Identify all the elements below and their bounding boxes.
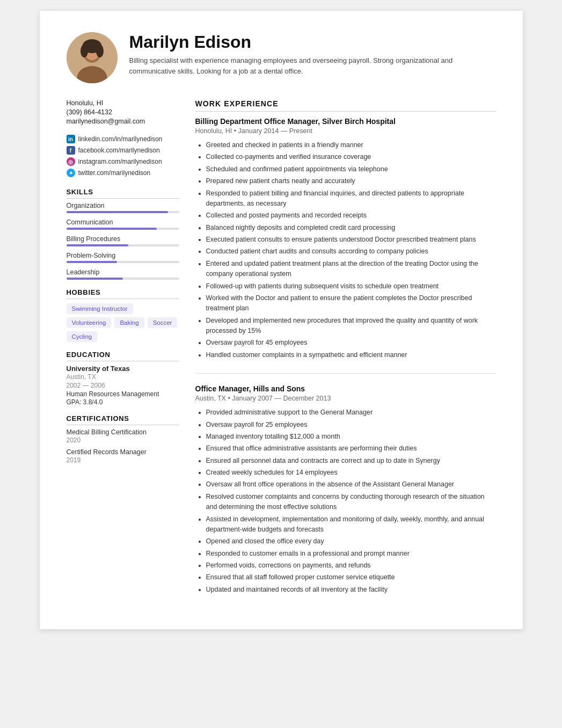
social-linkedin: in linkedin.com/in/marilynedison bbox=[67, 135, 179, 143]
instagram-icon: ◎ bbox=[67, 157, 75, 166]
contact-phone: (309) 864-4132 bbox=[67, 108, 179, 116]
header-info: Marilyn Edison Billing specialist with e… bbox=[129, 32, 478, 76]
cert-list: Medical Billing Certification 2020 Certi… bbox=[67, 428, 179, 464]
header-section: Marilyn Edison Billing specialist with e… bbox=[67, 32, 496, 83]
job-bullet: Created weekly schedules for 14 employee… bbox=[206, 468, 496, 478]
facebook-icon: f bbox=[67, 146, 75, 155]
right-column: WORK EXPERIENCE Billing Department Offic… bbox=[195, 99, 496, 608]
hobbies-section: HOBBIES Swimming InstructorVolunteeringB… bbox=[67, 288, 179, 342]
edu-years: 2002 — 2006 bbox=[67, 382, 179, 389]
resume-container: Marilyn Edison Billing specialist with e… bbox=[40, 11, 523, 629]
job-bullet: Greeted and checked in patients in a fri… bbox=[206, 140, 496, 150]
skill-item: Problem-Solving bbox=[67, 252, 179, 263]
skill-bar-bg bbox=[67, 211, 179, 213]
job-title: Billing Department Office Manager, Silve… bbox=[195, 117, 496, 126]
instagram-label: instagram.com/marilynedison bbox=[78, 158, 162, 165]
skill-name: Problem-Solving bbox=[67, 252, 179, 259]
body-layout: Honolulu, HI (309) 864-4132 marilynediso… bbox=[67, 99, 496, 608]
cert-name: Medical Billing Certification bbox=[67, 428, 179, 436]
svg-point-6 bbox=[96, 45, 104, 57]
job-bullet: Developed and implemented new procedures… bbox=[206, 316, 496, 337]
skill-item: Billing Procedures bbox=[67, 235, 179, 246]
edu-field: Human Resources Management bbox=[67, 390, 179, 398]
skill-item: Leadership bbox=[67, 268, 179, 280]
job-bullet: Updated and maintained records of all in… bbox=[206, 585, 496, 595]
skills-section: SKILLS Organization Communication Billin… bbox=[67, 188, 179, 280]
left-column: Honolulu, HI (309) 864-4132 marilynediso… bbox=[67, 99, 179, 608]
hobby-tag: Baking bbox=[114, 317, 144, 328]
job-bullet: Balanced nightly deposits and completed … bbox=[206, 223, 496, 233]
job-bullet: Ensured all personnel data and contracts… bbox=[206, 456, 496, 466]
education-list: University of Texas Austin, TX 2002 — 20… bbox=[67, 365, 179, 406]
candidate-name: Marilyn Edison bbox=[129, 32, 478, 52]
certifications-section: CERTIFICATIONS Medical Billing Certifica… bbox=[67, 414, 179, 464]
job-meta: Honolulu, HI • January 2014 — Present bbox=[195, 127, 496, 135]
job-divider bbox=[195, 373, 496, 374]
skills-title: SKILLS bbox=[67, 188, 179, 199]
skill-bar-bg bbox=[67, 278, 179, 280]
job-bullets-list: Provided administrative support to the G… bbox=[195, 407, 496, 595]
job-entry: Office Manager, Hills and Sons Austin, T… bbox=[195, 384, 496, 595]
skill-bar-bg bbox=[67, 228, 179, 230]
job-bullet: Provided administrative support to the G… bbox=[206, 407, 496, 418]
job-bullet: Conducted patient chart audits and consu… bbox=[206, 246, 496, 257]
edu-gpa: GPA: 3.8/4.0 bbox=[67, 398, 179, 406]
job-bullet: Ensured that all staff followed proper c… bbox=[206, 572, 496, 583]
edu-school: University of Texas bbox=[67, 365, 179, 373]
skill-bar-bg bbox=[67, 261, 179, 263]
skill-bar-fill bbox=[67, 244, 129, 246]
job-bullet: Entered and updated patient treatment pl… bbox=[206, 259, 496, 280]
twitter-icon: ✦ bbox=[67, 169, 75, 177]
job-entry: Billing Department Office Manager, Silve… bbox=[195, 117, 496, 360]
skill-bar-fill bbox=[67, 278, 123, 280]
jobs-list: Billing Department Office Manager, Silve… bbox=[195, 117, 496, 595]
contact-email: marilynedison@gmail.com bbox=[67, 118, 179, 125]
social-instagram: ◎ instagram.com/marilynedison bbox=[67, 157, 179, 166]
edu-location: Austin, TX bbox=[67, 373, 179, 381]
hobbies-title: HOBBIES bbox=[67, 288, 179, 299]
job-meta: Austin, TX • January 2007 — December 201… bbox=[195, 395, 496, 402]
job-bullet: Performed voids, corrections on payments… bbox=[206, 560, 496, 571]
job-bullet: Oversaw payroll for 25 employees bbox=[206, 420, 496, 430]
linkedin-icon: in bbox=[67, 135, 75, 143]
job-bullet: Collected co-payments and verified insur… bbox=[206, 152, 496, 162]
job-bullet: Managed inventory totalling $12,000 a mo… bbox=[206, 432, 496, 442]
skill-bar-fill bbox=[67, 261, 118, 263]
cert-name: Certified Records Manager bbox=[67, 448, 179, 456]
avatar bbox=[67, 32, 118, 83]
job-bullet: Collected and posted payments and record… bbox=[206, 210, 496, 221]
job-bullet: Responded to patient billing and financi… bbox=[206, 188, 496, 209]
job-bullet: Worked with the Doctor and patient to en… bbox=[206, 293, 496, 314]
skill-bar-bg bbox=[67, 244, 179, 246]
skills-list: Organization Communication Billing Proce… bbox=[67, 202, 179, 280]
job-title: Office Manager, Hills and Sons bbox=[195, 384, 496, 393]
skill-name: Communication bbox=[67, 219, 179, 226]
twitter-label: twitter.com/marilynedison bbox=[78, 169, 151, 177]
job-bullet: Resolved customer complaints and concern… bbox=[206, 492, 496, 513]
linkedin-label: linkedin.com/in/marilynedison bbox=[78, 135, 163, 143]
job-bullet: Executed patient consults to ensure pati… bbox=[206, 235, 496, 245]
work-experience-title: WORK EXPERIENCE bbox=[195, 99, 496, 112]
contact-section: Honolulu, HI (309) 864-4132 marilynediso… bbox=[67, 99, 179, 125]
skill-item: Communication bbox=[67, 219, 179, 230]
cert-year: 2019 bbox=[67, 456, 179, 464]
cert-entry: Medical Billing Certification 2020 bbox=[67, 428, 179, 444]
job-bullet: Assisted in development, implementation … bbox=[206, 514, 496, 535]
job-bullet: Prepared new patient charts neatly and a… bbox=[206, 176, 496, 186]
job-bullet: Responded to customer emails in a profes… bbox=[206, 549, 496, 559]
education-title: EDUCATION bbox=[67, 351, 179, 361]
job-bullet: Ensured that office administrative assis… bbox=[206, 443, 496, 454]
cert-year: 2020 bbox=[67, 436, 179, 444]
skill-name: Organization bbox=[67, 202, 179, 209]
hobby-tag: Soccer bbox=[148, 317, 178, 328]
hobby-tag: Swimming Instructor bbox=[67, 303, 133, 314]
social-facebook: f facebook.com/marilynedison bbox=[67, 146, 179, 155]
facebook-label: facebook.com/marilynedison bbox=[78, 147, 160, 154]
job-bullet: Opened and closed the office every day bbox=[206, 536, 496, 547]
job-bullet: Oversaw payroll for 45 employees bbox=[206, 338, 496, 348]
social-links-section: in linkedin.com/in/marilynedison f faceb… bbox=[67, 135, 179, 177]
svg-point-5 bbox=[81, 45, 88, 57]
skill-name: Leadership bbox=[67, 268, 179, 276]
job-bullet: Scheduled and confirmed patient appointm… bbox=[206, 164, 496, 174]
skill-bar-fill bbox=[67, 228, 157, 230]
